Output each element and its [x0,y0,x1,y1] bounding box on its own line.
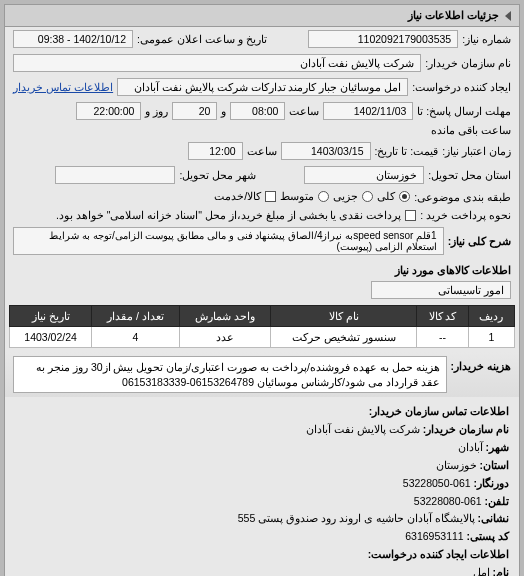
radio-icon [399,191,410,202]
col-code[interactable]: کد کالا [417,306,468,327]
cell-name: سنسور تشخیص حرکت [270,327,416,348]
col-date[interactable]: تاریخ نیاز [10,306,92,327]
rem-suffix-label: ساعت باقی مانده [431,124,511,136]
need-details-panel: جزئیات اطلاعات نیاز شماره نیاز: 11020921… [4,4,520,576]
time-label-2: ساعت [247,145,277,157]
cat-part-radio[interactable]: جزیی [333,190,373,203]
buyer-value: شرکت پالایش نفت آبادان [13,54,421,72]
buyer-label: نام سازمان خریدار: [425,57,511,69]
c-req-label: اطلاعات ایجاد کننده درخواست: [15,546,509,564]
resp-until-label: مهلت ارسال پاسخ: تا [417,105,511,117]
resp-date-value: 1402/11/03 [323,102,413,120]
c-post-label: کد پستی: [467,530,509,542]
col-row[interactable]: ردیف [468,306,514,327]
req-no-value: 1102092179003535 [308,30,458,48]
pub-date-value: 1402/10/12 - 09:38 [13,30,133,48]
items-table: ردیف کد کالا نام کالا واحد شمارش تعداد /… [9,305,515,348]
contact-title: اطلاعات تماس سازمان خریدار: [15,403,509,421]
quote-time-value: 12:00 [188,142,243,160]
c-fax-value: 061-53228050 [403,477,471,489]
day-and-label: روز و [145,105,168,117]
c-tel-value: 061-53228080 [414,495,482,507]
col-qty[interactable]: تعداد / مقدار [92,306,179,327]
radio-icon [318,191,329,202]
pay-note: پرداخت نقدی یا بخشی از مبلغ خرید،از محل … [56,209,401,221]
collapse-icon [505,11,511,21]
ship-note: هزینه حمل به عهده فروشنده/پرداخت به صورت… [13,356,447,393]
c-prov-value: خوزستان [436,459,477,471]
resp-time-value: 08:00 [230,102,285,120]
title-label: شرح کلی نیاز: [448,235,511,247]
c-fax-label: دورنگار: [474,477,510,489]
c-name-label: نام: [493,566,510,576]
c-city-value: آبادان [458,441,483,453]
cat-item-check[interactable]: کالا/خدمت [214,190,276,203]
cat-label: طبقه بندی موضوعی: [414,191,511,203]
req-no-label: شماره نیاز: [462,33,511,45]
c-org-value: شرکت پالایش نفت آبادان [306,423,420,435]
deliv-prov-value: خوزستان [304,166,424,184]
pay-label: نحوه پرداخت خرید : [420,209,511,221]
cat-item-label: کالا/خدمت [214,190,261,203]
deliv-city-value [55,166,175,184]
and-label: و [221,105,226,117]
c-org-label: نام سازمان خریدار: [423,423,509,435]
cell-code: -- [417,327,468,348]
quote-date-value: 1403/03/15 [281,142,371,160]
cat-all-label: کلی [377,190,395,203]
cat-mid-radio[interactable]: متوسط [280,190,329,203]
col-name[interactable]: نام کالا [270,306,416,327]
cat-part-label: جزیی [333,190,358,203]
ship-label: هزینه خریدار: [451,356,511,372]
deliv-prov-label: استان محل تحویل: [428,169,511,181]
panel-header[interactable]: جزئیات اطلاعات نیاز [5,5,519,27]
cell-date: 1403/02/24 [10,327,92,348]
amr-field: امور تاسیساتی [371,281,511,299]
rem-time-value: 22:00:00 [76,102,141,120]
deliv-city-label: شهر محل تحویل: [179,169,256,181]
c-name-value: امل [473,566,490,576]
c-city-label: شهر: [486,441,510,453]
time-label-1: ساعت [289,105,319,117]
goods-section-header: اطلاعات کالاهای مورد نیاز [5,258,519,279]
checkbox-icon [265,191,276,202]
cat-mid-label: متوسط [280,190,314,203]
quote-until-label: قیمت: تا تاریخ: [375,145,439,157]
pay-checkbox[interactable] [405,210,416,221]
col-unit[interactable]: واحد شمارش [179,306,270,327]
cell-qty: 4 [92,327,179,348]
cell-row: 1 [468,327,514,348]
creator-label: ایجاد کننده درخواست: [412,81,511,93]
c-addr-label: نشانی: [478,512,510,524]
days-remaining-value: 20 [172,102,217,120]
c-post-value: 6316953111 [405,530,463,542]
radio-icon [362,191,373,202]
pub-date-label: تاریخ و ساعت اعلان عمومی: [137,33,267,45]
creator-value: امل موسائیان جبار کارمند تدارکات شرکت پا… [117,78,408,96]
c-addr-value: پالایشگاه آبادان حاشیه ی اروند رود صندوق… [238,512,475,524]
c-prov-label: استان: [480,459,510,471]
contact-block: اطلاعات تماس سازمان خریدار: نام سازمان خ… [5,397,519,576]
buyer-contact-link[interactable]: اطلاعات تماس خریدار [13,81,113,94]
c-tel-label: تلفن: [485,495,510,507]
cat-all-radio[interactable]: کلی [377,190,410,203]
valid-label: زمان اعتبار نیاز: [442,145,511,157]
panel-title: جزئیات اطلاعات نیاز [408,9,499,22]
title-value: 1قلم speed sensorبه نیراز4/الصاق پیشنهاد… [13,227,444,255]
cell-unit: عدد [179,327,270,348]
table-row[interactable]: 1 -- سنسور تشخیص حرکت عدد 4 1403/02/24 [10,327,515,348]
